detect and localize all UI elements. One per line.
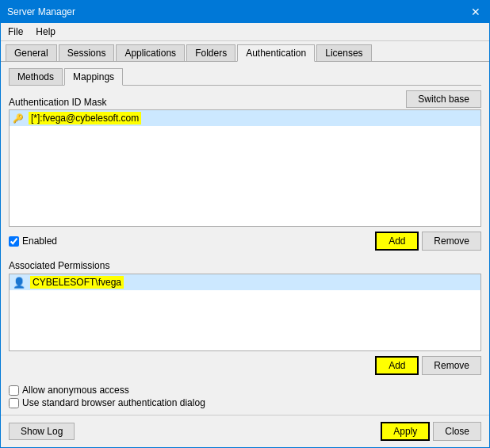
tab-authentication[interactable]: Authentication bbox=[237, 44, 315, 62]
assoc-remove-button[interactable]: Remove bbox=[422, 356, 481, 375]
menu-file[interactable]: File bbox=[6, 25, 25, 38]
use-standard-browser-label[interactable]: Use standard browser authentication dial… bbox=[9, 397, 481, 408]
apply-button[interactable]: Apply bbox=[381, 422, 430, 441]
assoc-buttons: Add Remove bbox=[375, 356, 481, 375]
main-window: Server Manager ✕ File Help General Sessi… bbox=[0, 0, 490, 448]
tab-applications[interactable]: Applications bbox=[116, 44, 185, 61]
tab-sessions[interactable]: Sessions bbox=[59, 44, 115, 61]
switch-base-button[interactable]: Switch base bbox=[406, 90, 481, 108]
window-title: Server Manager bbox=[7, 6, 75, 17]
assoc-value: CYBELESOFT\fvega bbox=[30, 276, 124, 289]
title-bar: Server Manager ✕ bbox=[1, 1, 489, 23]
assoc-section: Associated Permissions 👤 CYBELESOFT\fveg… bbox=[9, 260, 481, 351]
auth-id-section: Authentication ID Mask Switch base 🔑 [*]… bbox=[9, 90, 481, 227]
menu-bar: File Help bbox=[1, 23, 489, 41]
assoc-listbox[interactable]: 👤 CYBELESOFT\fvega bbox=[9, 274, 481, 351]
auth-id-listbox-item[interactable]: 🔑 [*]:fvega@cybelesoft.com bbox=[10, 110, 480, 126]
footer-bar: Show Log Apply Close bbox=[1, 415, 489, 447]
tab-folders[interactable]: Folders bbox=[186, 44, 235, 61]
auth-id-value: [*]:fvega@cybelesoft.com bbox=[29, 112, 141, 124]
assoc-listbox-item[interactable]: 👤 CYBELESOFT\fvega bbox=[10, 274, 480, 290]
close-window-button[interactable]: ✕ bbox=[469, 5, 483, 19]
enabled-checkbox[interactable] bbox=[9, 236, 19, 247]
allow-anonymous-label[interactable]: Allow anonymous access bbox=[9, 385, 481, 396]
assoc-add-button[interactable]: Add bbox=[375, 356, 419, 375]
use-standard-browser-checkbox[interactable] bbox=[9, 398, 19, 408]
key-icon: 🔑 bbox=[13, 113, 24, 124]
enabled-checkbox-label[interactable]: Enabled bbox=[9, 235, 57, 247]
close-button[interactable]: Close bbox=[433, 422, 481, 441]
auth-id-add-button[interactable]: Add bbox=[375, 232, 419, 251]
enabled-row: Enabled Add Remove bbox=[9, 232, 481, 251]
auth-id-buttons: Add Remove bbox=[375, 232, 481, 251]
show-log-button[interactable]: Show Log bbox=[9, 423, 75, 440]
bottom-checkboxes: Allow anonymous access Use standard brow… bbox=[9, 385, 481, 408]
auth-id-label: Authentication ID Mask bbox=[9, 97, 106, 108]
auth-id-remove-button[interactable]: Remove bbox=[422, 232, 481, 251]
person-icon: 👤 bbox=[13, 277, 25, 289]
assoc-buttons-row: Add Remove bbox=[9, 356, 481, 375]
enabled-label: Enabled bbox=[22, 235, 57, 247]
assoc-label: Associated Permissions bbox=[9, 260, 481, 271]
main-tabs: General Sessions Applications Folders Au… bbox=[1, 41, 489, 62]
use-standard-browser-text: Use standard browser authentication dial… bbox=[22, 397, 205, 408]
subtabs: Methods Mappings bbox=[9, 68, 481, 86]
tab-general[interactable]: General bbox=[6, 44, 57, 61]
subtab-mappings[interactable]: Mappings bbox=[64, 68, 123, 86]
auth-id-listbox[interactable]: 🔑 [*]:fvega@cybelesoft.com bbox=[9, 109, 481, 227]
allow-anonymous-text: Allow anonymous access bbox=[22, 385, 129, 396]
tab-licenses[interactable]: Licenses bbox=[316, 44, 371, 61]
subtab-methods[interactable]: Methods bbox=[9, 68, 63, 85]
auth-id-header: Authentication ID Mask Switch base bbox=[9, 90, 481, 108]
content-area: Methods Mappings Authentication ID Mask … bbox=[1, 62, 489, 415]
allow-anonymous-checkbox[interactable] bbox=[9, 385, 19, 396]
footer-right-buttons: Apply Close bbox=[381, 422, 481, 441]
menu-help[interactable]: Help bbox=[33, 25, 58, 38]
